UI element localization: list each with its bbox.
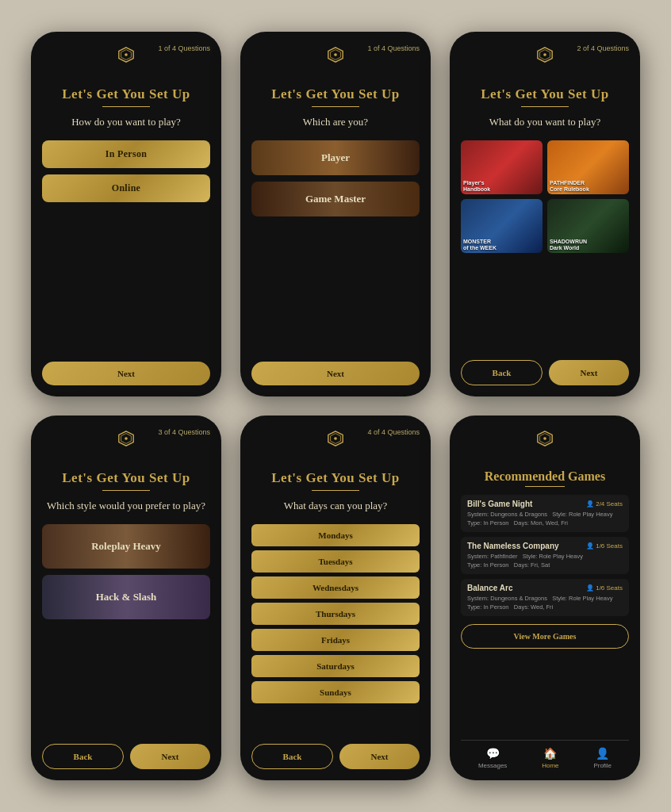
online-button[interactable]: Online <box>42 174 210 202</box>
screens-grid: 1 of 4 Questions Let's Get You Set Up Ho… <box>31 32 640 780</box>
game-card-3-header: Balance Arc 👤 1/6 Seats <box>467 584 623 592</box>
app-logo-5 <box>327 430 344 447</box>
app-logo-2 <box>327 46 344 63</box>
back-button-3[interactable]: Back <box>461 360 543 385</box>
app-logo-4 <box>117 430 135 447</box>
back-button-5[interactable]: Back <box>251 744 333 769</box>
phone-screen-4: 3 of 4 Questions Let's Get You Set Up Wh… <box>31 416 221 780</box>
screen-title-2: Let's Get You Set Up <box>271 86 399 103</box>
game-card-2-details: System: Pathfinder Style: Role Play Heav… <box>467 553 623 569</box>
title-underline-1 <box>102 106 150 107</box>
game-card-2-seats: 👤 1/6 Seats <box>586 542 623 550</box>
game-card-2-header: The Nameless Company 👤 1/6 Seats <box>467 542 623 550</box>
friday-button[interactable]: Fridays <box>251 629 420 651</box>
nav-home[interactable]: 🏠 Home <box>542 747 558 769</box>
title-underline-2 <box>312 106 359 107</box>
svg-point-8 <box>543 53 546 56</box>
player-button[interactable]: Player <box>251 140 420 175</box>
svg-point-14 <box>334 437 337 440</box>
nav-profile-label: Profile <box>593 762 612 769</box>
screen-subtitle-2: Which are you? <box>303 115 368 129</box>
game-card-1-name: Bill's Game Night <box>467 500 532 508</box>
svg-point-5 <box>334 53 337 56</box>
next-button-2[interactable]: Next <box>251 362 420 385</box>
book-pathfinder[interactable]: PATHFINDERCore Rulebook <box>547 140 629 194</box>
game-card-1-seats: 👤 2/4 Seats <box>586 500 623 508</box>
app-logo-6 <box>536 430 554 447</box>
phone-screen-2: 1 of 4 Questions Let's Get You Set Up Wh… <box>240 32 431 396</box>
rec-underline <box>525 486 565 487</box>
book-shadowrun-label: SHADOWRUNDark World <box>550 239 627 251</box>
roleplay-heavy-button[interactable]: Roleplay Heavy <box>42 524 210 569</box>
book-dnd-label: Player'sHandbook <box>463 180 540 192</box>
nav-home-label: Home <box>542 762 558 769</box>
next-button-3[interactable]: Next <box>549 360 629 385</box>
profile-icon: 👤 <box>596 747 609 760</box>
next-button-4[interactable]: Next <box>130 744 210 769</box>
screen-subtitle-5: What days can you play? <box>284 499 388 513</box>
book-pathfinder-label: PATHFINDERCore Rulebook <box>550 180 627 192</box>
game-card-1-header: Bill's Game Night 👤 2/4 Seats <box>467 500 623 508</box>
home-icon: 🏠 <box>543 747 557 760</box>
question-counter-4: 3 of 4 Questions <box>158 428 210 436</box>
wednesday-button[interactable]: Wednesdays <box>251 576 420 599</box>
messages-icon: 💬 <box>486 747 500 760</box>
game-card-3-details: System: Dungeons & Dragons Style: Role P… <box>467 595 623 611</box>
nav-messages-label: Messages <box>478 762 507 769</box>
game-master-button[interactable]: Game Master <box>251 182 420 216</box>
question-counter-3: 2 of 4 Questions <box>577 44 629 52</box>
in-person-button[interactable]: In Person <box>42 140 210 168</box>
game-card-3-seats: 👤 1/6 Seats <box>586 584 623 592</box>
app-logo-1 <box>117 46 135 63</box>
book-monster[interactable]: MONSTERof the WEEK <box>461 199 543 253</box>
title-underline-4 <box>102 490 150 491</box>
monday-button[interactable]: Mondays <box>251 524 420 546</box>
book-shadowrun[interactable]: SHADOWRUNDark World <box>547 199 629 253</box>
book-monster-label: MONSTERof the WEEK <box>463 239 540 251</box>
phone-screen-5: 4 of 4 Questions Let's Get You Set Up Wh… <box>240 416 431 780</box>
rec-title: Recommended Games <box>485 469 605 484</box>
view-more-button[interactable]: View More Games <box>461 624 629 649</box>
svg-point-2 <box>125 53 128 56</box>
app-logo-3 <box>536 46 554 63</box>
screen-title-4: Let's Get You Set Up <box>62 469 190 487</box>
next-button-5[interactable]: Next <box>339 744 420 769</box>
next-button-1[interactable]: Next <box>42 362 210 385</box>
books-grid: Player'sHandbook PATHFINDERCore Rulebook… <box>461 140 629 253</box>
saturday-button[interactable]: Saturdays <box>251 655 420 677</box>
phone-screen-3: 2 of 4 Questions Let's Get You Set Up Wh… <box>450 32 640 396</box>
game-card-2-name: The Nameless Company <box>467 542 559 550</box>
screen-subtitle-4: Which style would you prefer to play? <box>47 499 205 513</box>
screen-title-1: Let's Get You Set Up <box>62 86 190 103</box>
title-underline-5 <box>312 490 359 491</box>
game-card-1[interactable]: Bill's Game Night 👤 2/4 Seats System: Du… <box>461 495 629 532</box>
screen-subtitle-1: How do you want to play? <box>71 115 181 129</box>
back-button-4[interactable]: Back <box>42 744 124 769</box>
phone-screen-6: Recommended Games Bill's Game Night 👤 2/… <box>450 416 640 780</box>
screen-title-5: Let's Get You Set Up <box>271 469 399 487</box>
game-card-3[interactable]: Balance Arc 👤 1/6 Seats System: Dungeons… <box>461 579 629 616</box>
nav-messages[interactable]: 💬 Messages <box>478 747 507 769</box>
bottom-buttons-5: Back Next <box>251 744 420 769</box>
days-container: Mondays Tuesdays Wednesdays Thursdays Fr… <box>251 524 420 703</box>
question-counter-5: 4 of 4 Questions <box>367 428 420 436</box>
nav-profile[interactable]: 👤 Profile <box>593 747 612 769</box>
game-card-3-name: Balance Arc <box>467 584 512 592</box>
sunday-button[interactable]: Sundays <box>251 681 420 703</box>
question-counter-1: 1 of 4 Questions <box>158 44 210 52</box>
svg-point-11 <box>125 437 128 440</box>
book-dnd[interactable]: Player'sHandbook <box>461 140 543 194</box>
phone-screen-1: 1 of 4 Questions Let's Get You Set Up Ho… <box>31 32 221 396</box>
screen-subtitle-3: What do you want to play? <box>489 115 600 129</box>
tuesday-button[interactable]: Tuesdays <box>251 550 420 573</box>
thursday-button[interactable]: Thursdays <box>251 603 420 625</box>
game-card-1-details: System: Dungeons & Dragons Style: Role P… <box>467 511 623 527</box>
bottom-nav: 💬 Messages 🏠 Home 👤 Profile <box>461 740 629 769</box>
bottom-buttons-4: Back Next <box>42 744 210 769</box>
game-card-2[interactable]: The Nameless Company 👤 1/6 Seats System:… <box>461 537 629 574</box>
screen-title-3: Let's Get You Set Up <box>481 86 608 103</box>
svg-point-17 <box>543 437 546 440</box>
bottom-buttons-3: Back Next <box>461 360 629 385</box>
title-underline-3 <box>521 106 569 107</box>
hack-slash-button[interactable]: Hack & Slash <box>42 575 210 619</box>
